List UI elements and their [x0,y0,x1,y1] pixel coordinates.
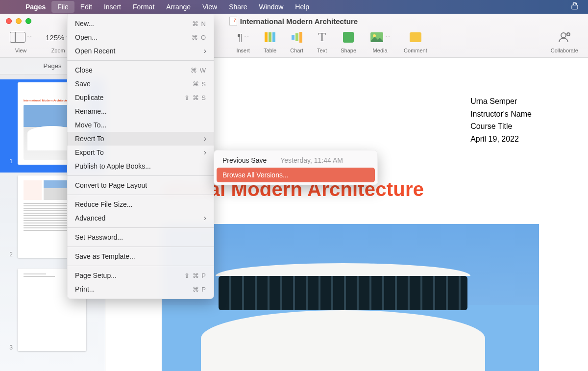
file-menu-item-move-to[interactable]: Move To... [67,118,214,132]
chevron-right-icon: › [204,214,206,223]
menu-item-label: Set Password... [75,233,123,241]
window-close-button[interactable] [6,18,12,24]
toolbar-chart-label: Chart [290,48,303,53]
toolbar-chart[interactable]: Chart [283,29,310,53]
page-number: 1 [7,158,13,165]
meta-name: Urna Semper [470,95,532,108]
chart-icon [291,29,303,46]
menu-item-label: Open... [75,33,98,41]
file-menu-item-open[interactable]: Open...⌘ O [67,30,214,44]
toolbar-text[interactable]: T Text [310,29,334,53]
menu-item-label: Export To [75,148,104,156]
toolbar-view[interactable]: ﹀ View [3,29,39,53]
menu-item-label: Publish to Apple Books... [75,162,151,170]
document-title-text: International Modern Architecture [240,17,358,25]
view-icon [10,32,25,43]
menubar-item-edit[interactable]: Edit [74,1,98,13]
submenu-item-label: Previous Save [222,156,267,164]
file-menu-item-save-as-template[interactable]: Save as Template... [67,249,214,263]
menubar-item-share[interactable]: Share [223,1,253,13]
menu-item-label: Move To... [75,121,106,129]
menu-separator [67,195,214,195]
revert-submenu-item-previous-save[interactable]: Previous Save—Yesterday, 11:44 AM [217,153,375,168]
menu-shortcut: ⇧ ⌘ S [184,94,206,101]
menu-separator [67,227,214,228]
dash: — [269,156,275,164]
comment-icon [410,32,421,42]
zoom-value: 125% [46,33,64,42]
menu-item-label: Save [75,80,91,88]
menu-item-label: Save as Template... [75,252,135,260]
toolbar-comment[interactable]: Comment [397,29,434,53]
menubar-item-arrange[interactable]: Arrange [160,1,196,13]
window-minimize-button[interactable] [16,18,22,24]
media-icon: ﹀ [370,29,390,46]
menubar-item-insert[interactable]: Insert [98,1,127,13]
file-menu-item-new[interactable]: New...⌘ N [67,17,214,30]
text-icon: T [318,30,326,45]
toolbar-shape[interactable]: Shape [334,29,363,53]
meta-date: April 19, 2022 [470,133,532,146]
file-menu-item-reduce-file-size[interactable]: Reduce File Size... [67,198,214,211]
collaborate-icon [558,29,571,46]
file-menu-item-page-setup[interactable]: Page Setup...⇧ ⌘ P [67,269,214,282]
menu-item-label: Close [75,66,93,74]
chevron-right-icon: › [204,148,206,157]
menubar-item-format[interactable]: Format [127,1,160,13]
menu-separator [67,247,214,247]
toolbar-table-label: Table [264,48,276,53]
toolbar-zoom-label: Zoom [51,48,65,53]
menu-item-label: Convert to Page Layout [75,181,147,189]
toolbar-table[interactable]: Table [257,29,283,53]
file-menu-item-rename[interactable]: Rename... [67,104,214,118]
chevron-right-icon: › [204,47,206,55]
file-menu-item-open-recent[interactable]: Open Recent› [67,44,214,58]
window-zoom-button[interactable] [25,18,31,24]
toolbar-collaborate-label: Collaborate [551,48,578,53]
menu-item-label: Revert To [75,135,104,143]
file-menu-item-save[interactable]: Save⌘ S [67,77,214,91]
file-menu-item-export-to[interactable]: Export To› [67,146,214,159]
file-menu-item-duplicate[interactable]: Duplicate⇧ ⌘ S [67,91,214,104]
file-menu-dropdown: New...⌘ NOpen...⌘ OOpen Recent›Close⌘ WS… [67,14,214,299]
file-menu-item-convert-to-page-layout[interactable]: Convert to Page Layout [67,178,214,192]
file-menu-item-revert-to[interactable]: Revert To› [67,132,214,146]
file-menu-item-print[interactable]: Print...⌘ P [67,282,214,296]
page-number: 3 [7,344,13,351]
menu-item-label: Advanced [75,214,105,222]
menu-item-label: Open Recent [75,47,116,55]
revert-submenu-item-browse-all-versions[interactable]: Browse All Versions... [217,168,375,182]
pilcrow-icon: ¶ [237,32,243,43]
file-menu-item-publish-to-apple-books[interactable]: Publish to Apple Books... [67,159,214,173]
file-menu-item-close[interactable]: Close⌘ W [67,63,214,77]
menubar-item-file[interactable]: File [51,1,74,13]
window-traffic-lights [6,18,31,24]
meta-course: Course Title [470,120,532,133]
lock-icon[interactable] [570,1,579,12]
building-illustration [216,263,470,371]
menu-item-label: Page Setup... [75,272,117,279]
revert-to-submenu: Previous Save—Yesterday, 11:44 AMBrowse … [214,150,378,185]
document-meta: Urna Semper Instructor's Name Course Tit… [470,95,532,145]
menu-item-label: New... [75,20,94,27]
chevron-down-icon: ﹀ [245,34,249,41]
document-icon [229,17,237,25]
toolbar-media[interactable]: ﹀ Media [363,29,397,53]
menubar-app[interactable]: Pages [20,1,51,13]
menubar-item-help[interactable]: Help [289,1,315,13]
svg-point-1 [373,34,376,37]
menu-shortcut: ⇧ ⌘ P [184,272,206,279]
toolbar-view-label: View [15,48,27,53]
menubar-item-window[interactable]: Window [253,1,290,13]
menu-separator [67,266,214,266]
table-icon [264,29,276,46]
file-menu-item-set-password[interactable]: Set Password... [67,230,214,244]
toolbar-insert[interactable]: ¶﹀ Insert [229,29,257,53]
menubar-item-view[interactable]: View [196,1,223,13]
meta-instructor: Instructor's Name [470,108,532,121]
chevron-right-icon: › [204,134,206,143]
file-menu-item-advanced[interactable]: Advanced› [67,211,214,225]
submenu-item-label: Browse All Versions... [222,171,289,179]
toolbar-collaborate[interactable]: Collaborate [544,29,585,53]
toolbar-text-label: Text [317,48,327,53]
